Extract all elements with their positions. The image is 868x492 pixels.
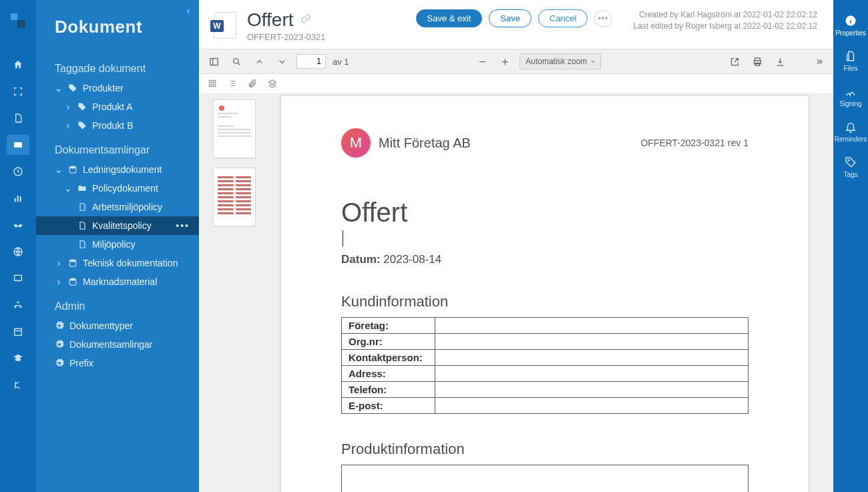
nav-home-icon[interactable] [7,55,29,75]
nav-calendar-icon[interactable] [7,322,29,342]
tree-miljo[interactable]: Miljöpolicy [36,235,199,254]
attachment-icon[interactable] [246,77,259,90]
folder-icon [77,184,87,193]
save-button[interactable]: Save [489,9,531,27]
search-icon[interactable] [228,53,244,69]
page-scroll-area[interactable]: M Mitt Företag AB OFFERT-2023-0321 rev 1… [270,93,833,492]
tree-ledning[interactable]: ⌄ Ledningsdokument [36,160,199,179]
nav-clock-icon[interactable] [7,162,29,182]
panel-tags[interactable]: Tags [833,151,868,184]
svg-rect-16 [213,84,216,87]
app-iconbar [0,0,36,492]
customer-table: Företag: Org.nr: Kontaktperson: Adress: … [341,317,748,414]
tree-label: Produkt B [92,120,133,131]
doc-title: Offert [247,9,294,31]
nav-org-icon[interactable] [7,295,29,315]
more-icon[interactable]: ••• [176,220,190,231]
main-area: Offert OFFERT-2023-0321 Save & exit Save… [199,0,833,492]
date-label: Datum: [341,253,381,266]
nav-branch-icon[interactable] [7,375,29,395]
row-address-label: Adress: [342,366,435,382]
admin-label: Dokumenttyper [69,320,133,331]
section-admin-title: Admin [36,291,199,316]
svg-rect-15 [209,84,212,87]
sidebar-title: Dokument [36,0,199,37]
open-external-icon[interactable] [726,53,742,69]
section-customer: Kundinformation [341,293,748,310]
cancel-button[interactable]: Cancel [538,9,588,27]
list-view-icon[interactable] [226,77,239,90]
panel-reminders[interactable]: Reminders [833,115,868,148]
row-contact-value [435,350,748,366]
layers-icon[interactable] [266,77,279,90]
doc-header: Offert OFFERT-2023-0321 Save & exit Save… [199,0,833,49]
link-icon[interactable] [300,13,311,27]
chevron-right-icon: › [55,258,63,268]
panel-files[interactable]: Files [833,45,868,77]
nav-doc-icon[interactable] [7,108,29,128]
tree-arbets[interactable]: Arbetsmiljöpolicy [36,198,199,216]
nav-documents-icon[interactable] [7,135,29,155]
admin-doktyper[interactable]: Dokumenttyper [36,316,199,335]
text-cursor [343,230,343,246]
zoom-select[interactable]: Automatisk zoom [519,53,601,69]
download-icon[interactable] [772,53,788,69]
nav-scan-icon[interactable] [7,81,29,101]
svg-rect-4 [15,328,22,335]
right-panel-bar: Properties Files Signing Reminders Tags [833,0,868,492]
section-collections-title: Dokumentsamlingar [36,135,199,160]
tree-products[interactable]: ⌄ Produkter [36,79,199,97]
date-value: 2023-08-14 [383,253,441,266]
zoom-in-icon[interactable] [497,53,513,69]
admin-doksaml[interactable]: Dokumentsamlingar [36,335,199,354]
svg-point-9 [233,58,238,63]
chevron-right-icon: › [64,120,72,131]
row-orgnr-value [435,334,748,350]
tree-teknisk[interactable]: › Teknisk dokumentation [36,254,199,272]
save-exit-button[interactable]: Save & exit [416,9,483,27]
panel-signing[interactable]: Signing [833,80,868,113]
nav-board-icon[interactable] [7,268,29,288]
file-icon [77,221,87,230]
toolbar-more-icon[interactable] [811,53,827,69]
tree-product-b[interactable]: › Produkt B [36,116,199,135]
page-number-input[interactable] [296,54,326,69]
nav-grad-icon[interactable] [7,348,29,368]
row-email-label: E-post: [342,398,435,414]
panel-label: Reminders [835,136,867,143]
gear-icon [55,358,64,368]
nav-globe-icon[interactable] [7,242,29,262]
print-icon[interactable] [749,53,765,69]
toggle-sidebar-icon[interactable] [206,53,222,69]
page-thumbnail-2[interactable] [213,168,256,226]
prev-page-icon[interactable] [251,53,267,69]
sidebar: ‹ Dokument Taggade dokument ⌄ Produkter … [36,0,199,492]
chevron-down-icon: ⌄ [55,83,63,93]
page-thumbnail-1[interactable] [213,99,256,158]
sidebar-collapse-icon[interactable]: ‹ [182,4,195,17]
grid-view-icon[interactable] [206,77,219,90]
tree-label: Arbetsmiljöpolicy [92,202,162,212]
nav-chart-icon[interactable] [7,188,29,208]
tag-icon [77,102,87,111]
panel-properties[interactable]: Properties [833,9,868,42]
zoom-out-icon[interactable] [474,53,490,69]
tree-kvalitet[interactable]: Kvalitetspolicy ••• [36,216,199,235]
page-total-label: av 1 [333,57,349,67]
tree-label: Teknisk dokumentation [83,258,178,268]
database-icon [68,258,77,268]
header-more-icon[interactable]: ••• [594,10,612,27]
next-page-icon[interactable] [274,53,290,69]
admin-prefix[interactable]: Prefix [36,354,199,373]
svg-rect-8 [210,58,217,65]
nav-handshake-icon[interactable] [7,215,29,235]
tree-policy[interactable]: ⌄ Policydokument [36,179,199,198]
tree-marknad[interactable]: › Marknadsmaterial [36,272,199,291]
tree-label: Kvalitetspolicy [92,220,152,231]
chevron-down-icon: ⌄ [55,164,63,175]
doc-revision: OFFERT-2023-0321 rev 1 [640,138,748,148]
product-info-box [341,465,748,492]
svg-rect-14 [213,80,216,83]
chevron-right-icon: › [64,101,72,112]
tree-product-a[interactable]: › Produkt A [36,97,199,116]
